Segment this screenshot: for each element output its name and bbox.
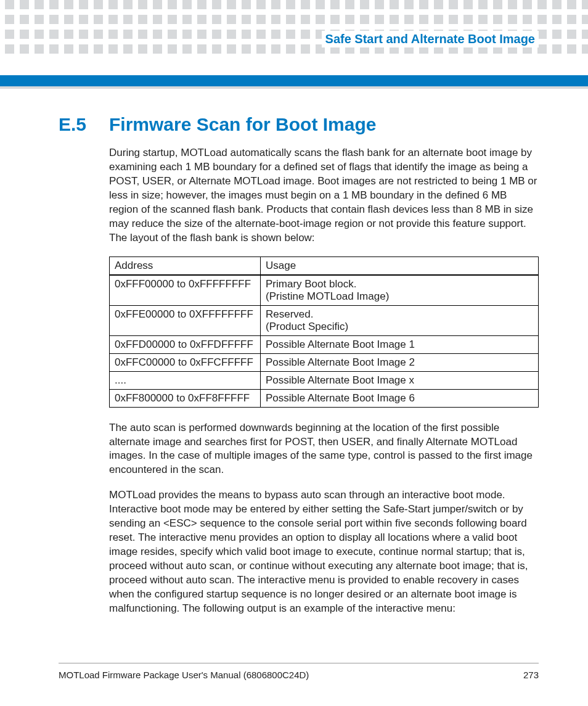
table-header-address: Address bbox=[110, 257, 261, 275]
table-header-usage: Usage bbox=[261, 257, 539, 275]
cell-usage: Possible Alternate Boot Image 1 bbox=[261, 335, 539, 353]
table-row: 0xFFD00000 to 0xFFDFFFFF Possible Altern… bbox=[110, 335, 539, 353]
paragraph-interactive: MOTLoad provides the means to bypass aut… bbox=[109, 488, 539, 615]
table-row: 0xFFF00000 to 0xFFFFFFFF Primary Boot bl… bbox=[110, 275, 539, 306]
section-heading: E.5 Firmware Scan for Boot Image bbox=[59, 114, 539, 135]
cell-usage: Primary Boot block. (Pristine MOTLoad Im… bbox=[261, 275, 539, 306]
page-content: E.5 Firmware Scan for Boot Image During … bbox=[59, 114, 539, 627]
cell-address: 0xFFD00000 to 0xFFDFFFFF bbox=[110, 335, 261, 353]
flash-layout-table: Address Usage 0xFFF00000 to 0xFFFFFFFF P… bbox=[109, 257, 539, 408]
cell-address: .... bbox=[110, 371, 261, 389]
cell-address: 0xFF800000 to 0xFF8FFFFF bbox=[110, 389, 261, 407]
table-row: 0xFFC00000 to 0xFFCFFFFF Possible Altern… bbox=[110, 353, 539, 371]
footer-page-number: 273 bbox=[523, 670, 539, 680]
cell-address: 0xFFE00000 to 0XFFFFFFFF bbox=[110, 305, 261, 335]
cell-usage: Possible Alternate Boot Image 2 bbox=[261, 353, 539, 371]
footer-doc-title: MOTLoad Firmware Package User's Manual (… bbox=[59, 670, 309, 680]
section-number: E.5 bbox=[59, 114, 109, 135]
paragraph-scan: The auto scan is performed downwards beg… bbox=[109, 421, 539, 478]
cell-address: 0xFFF00000 to 0xFFFFFFFF bbox=[110, 275, 261, 306]
table-header-row: Address Usage bbox=[110, 257, 539, 275]
section-title: Firmware Scan for Boot Image bbox=[109, 114, 376, 135]
table-row: 0xFFE00000 to 0XFFFFFFFF Reserved. (Prod… bbox=[110, 305, 539, 335]
cell-usage: Possible Alternate Boot Image 6 bbox=[261, 389, 539, 407]
header-divider-bar bbox=[0, 75, 588, 89]
page-header-chapter: Safe Start and Alternate Boot Image bbox=[322, 31, 539, 47]
cell-usage: Possible Alternate Boot Image x bbox=[261, 371, 539, 389]
page-footer: MOTLoad Firmware Package User's Manual (… bbox=[59, 663, 539, 680]
table-row: 0xFF800000 to 0xFF8FFFFF Possible Altern… bbox=[110, 389, 539, 407]
cell-usage: Reserved. (Product Specific) bbox=[261, 305, 539, 335]
paragraph-intro: During startup, MOTLoad automatically sc… bbox=[109, 146, 539, 245]
table-row: .... Possible Alternate Boot Image x bbox=[110, 371, 539, 389]
cell-address: 0xFFC00000 to 0xFFCFFFFF bbox=[110, 353, 261, 371]
